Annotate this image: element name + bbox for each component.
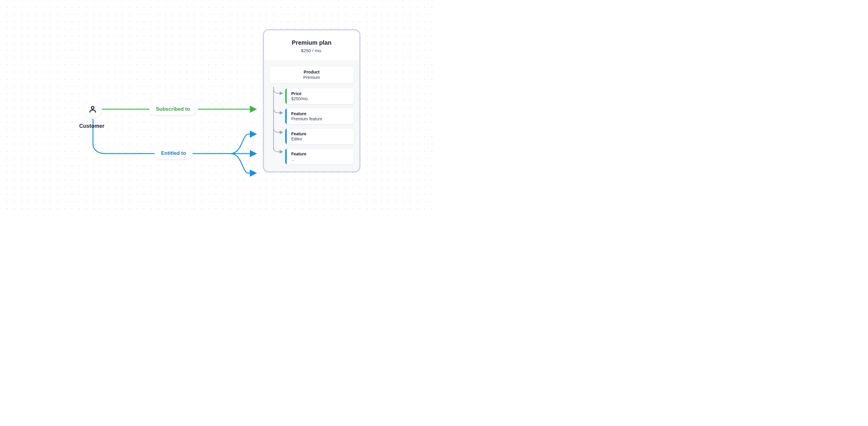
- feature-card: Feature Premium feature: [285, 108, 354, 124]
- feature-card: Feature ...: [285, 148, 354, 165]
- customer-label: Customer: [79, 123, 104, 129]
- arrows-layer: [0, 0, 434, 213]
- plan-body: Product Premium Price $250/mo. Feature P…: [264, 60, 359, 171]
- item-value: Editor: [291, 136, 349, 141]
- feature-card: Feature Editor: [285, 128, 354, 145]
- plan-header: Premium plan $250 / mo.: [264, 30, 359, 60]
- item-label: Feature: [291, 152, 349, 156]
- user-icon: [88, 105, 97, 114]
- item-label: Feature: [291, 131, 349, 136]
- plan-card: Premium plan $250 / mo. Product Premium …: [263, 29, 361, 173]
- product-name: Premium: [274, 75, 349, 80]
- price-card: Price $250/mo.: [285, 88, 354, 104]
- item-label: Feature: [291, 111, 349, 116]
- relation-entitled: Entitled to: [154, 147, 192, 159]
- plan-price: $250 / mo.: [268, 48, 356, 53]
- product-label: Product: [274, 70, 349, 74]
- plan-title: Premium plan: [268, 39, 356, 46]
- item-label: Price: [291, 91, 349, 96]
- svg-point-0: [91, 106, 94, 109]
- product-card: Product Premium: [269, 66, 354, 84]
- item-value: ...: [291, 157, 349, 161]
- customer-node: [84, 100, 102, 118]
- diagram-canvas: Customer Subscribed to Entitled to Premi…: [0, 0, 434, 213]
- item-value: $250/mo.: [291, 96, 349, 101]
- tree-connectors: [270, 87, 285, 173]
- arrow-entitled-branch-1: [230, 134, 255, 154]
- arrow-entitled-branch-3: [230, 154, 255, 173]
- relation-subscribed: Subscribed to: [149, 103, 196, 115]
- item-value: Premium feature: [291, 116, 349, 121]
